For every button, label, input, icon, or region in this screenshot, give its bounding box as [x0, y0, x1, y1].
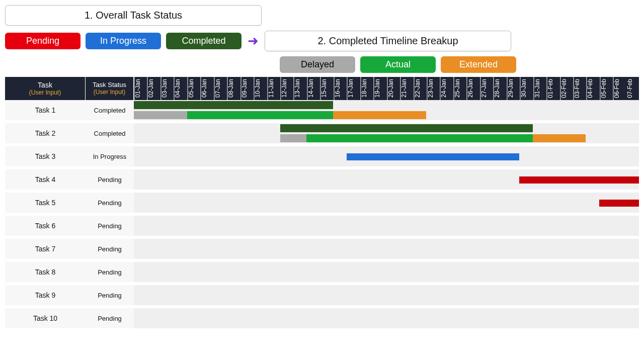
date-col: 18-Jan [360, 77, 373, 100]
bars-area [134, 262, 639, 282]
overall-status-title: 1. Overall Task Status [5, 5, 262, 26]
col-task: Task (User Input) [5, 77, 86, 100]
task-name: Task 10 [5, 308, 86, 328]
gantt-header: Task (User Input) Task Status (User Inpu… [5, 77, 639, 100]
date-col: 07-Feb [626, 77, 639, 100]
task-name: Task 7 [5, 239, 86, 259]
date-col: 13-Jan [293, 77, 306, 100]
bars-area [134, 308, 639, 328]
legend-extended[interactable]: Extended [441, 56, 516, 73]
arrow-right-icon: ➜ [247, 33, 260, 49]
task-status: Completed [86, 100, 134, 120]
date-header: 01-Jan02-Jan03-Jan04-Jan05-Jan06-Jan07-J… [134, 77, 639, 100]
bar-plan [280, 124, 533, 132]
date-col: 09-Jan [240, 77, 254, 100]
col-status: Task Status (User Input) [86, 77, 134, 100]
date-col: 26-Jan [466, 77, 479, 100]
col-task-label: Task [7, 81, 83, 89]
date-col: 03-Jan [160, 77, 174, 100]
date-col: 30-Jan [520, 77, 533, 100]
table-row: Task 8Pending [5, 262, 639, 285]
task-name: Task 2 [5, 123, 86, 143]
date-col: 03-Feb [573, 77, 586, 100]
legend-in-progress[interactable]: In Progress [86, 33, 161, 49]
task-name: Task 3 [5, 146, 86, 166]
table-row: Task 1Completed [5, 100, 639, 123]
date-col: 01-Jan [134, 77, 147, 100]
bar-extended [333, 111, 426, 119]
col-status-label: Task Status [87, 81, 132, 88]
task-name: Task 8 [5, 262, 86, 282]
date-col: 02-Jan [147, 77, 160, 100]
date-col: 04-Jan [174, 77, 187, 100]
bars-area [134, 169, 639, 190]
gantt-chart: Task (User Input) Task Status (User Inpu… [5, 77, 639, 331]
task-name: Task 9 [5, 285, 86, 305]
date-col: 02-Feb [560, 77, 573, 100]
legend-pending[interactable]: Pending [5, 33, 80, 49]
task-status: Pending [86, 239, 134, 259]
task-status: Pending [86, 193, 134, 213]
date-col: 31-Jan [533, 77, 546, 100]
legend-actual[interactable]: Actual [360, 56, 436, 73]
col-status-sub: (User Input) [87, 88, 132, 96]
col-task-sub: (User Input) [7, 89, 83, 96]
date-col: 08-Jan [227, 77, 240, 100]
task-status: Pending [86, 216, 134, 236]
table-row: Task 6Pending [5, 216, 639, 239]
bar-actual [187, 111, 334, 119]
legend-delayed[interactable]: Delayed [280, 56, 355, 73]
date-col: 16-Jan [334, 77, 347, 100]
date-col: 01-Feb [546, 77, 559, 100]
task-name: Task 5 [5, 193, 86, 213]
date-col: 10-Jan [254, 77, 267, 100]
bars-area [134, 216, 639, 236]
bars-area [134, 123, 639, 143]
date-col: 14-Jan [307, 77, 320, 100]
timeline-breakup-title: 2. Completed Timeline Breakup [265, 31, 511, 51]
bars-area [134, 285, 639, 305]
task-status: In Progress [86, 146, 134, 166]
date-col: 21-Jan [400, 77, 413, 100]
date-col: 25-Jan [453, 77, 466, 100]
legend-completed[interactable]: Completed [166, 33, 242, 49]
task-status: Pending [86, 308, 134, 328]
bars-area [134, 239, 639, 259]
task-name: Task 1 [5, 100, 86, 120]
date-col: 24-Jan [440, 77, 453, 100]
bar-actual [306, 134, 532, 142]
bar-pending [599, 200, 639, 207]
date-col: 29-Jan [507, 77, 520, 100]
date-col: 11-Jan [267, 77, 280, 100]
date-col: 23-Jan [427, 77, 440, 100]
task-status: Pending [86, 262, 134, 282]
bar-pending [519, 176, 639, 184]
date-col: 05-Feb [600, 77, 613, 100]
date-col: 06-Feb [613, 77, 626, 100]
table-row: Task 9Pending [5, 285, 639, 308]
bars-area [134, 193, 639, 213]
date-col: 20-Jan [387, 77, 400, 100]
task-status: Completed [86, 123, 134, 143]
table-row: Task 7Pending [5, 239, 639, 262]
table-row: Task 10Pending [5, 308, 639, 331]
date-col: 28-Jan [493, 77, 506, 100]
gantt-body: Task 1CompletedTask 2CompletedTask 3In P… [5, 100, 639, 331]
table-row: Task 2Completed [5, 123, 639, 146]
bar-extended [533, 134, 586, 142]
date-col: 22-Jan [414, 77, 427, 100]
date-col: 19-Jan [373, 77, 386, 100]
task-name: Task 4 [5, 169, 86, 190]
bars-area [134, 146, 639, 166]
date-col: 12-Jan [280, 77, 293, 100]
date-col: 27-Jan [480, 77, 493, 100]
task-status: Pending [86, 285, 134, 305]
task-status: Pending [86, 169, 134, 190]
bar-delayed [280, 134, 307, 142]
date-col: 04-Feb [586, 77, 599, 100]
task-name: Task 6 [5, 216, 86, 236]
date-col: 07-Jan [214, 77, 227, 100]
bar-inprogress [347, 153, 519, 160]
bars-area [134, 100, 639, 120]
date-col: 15-Jan [320, 77, 333, 100]
